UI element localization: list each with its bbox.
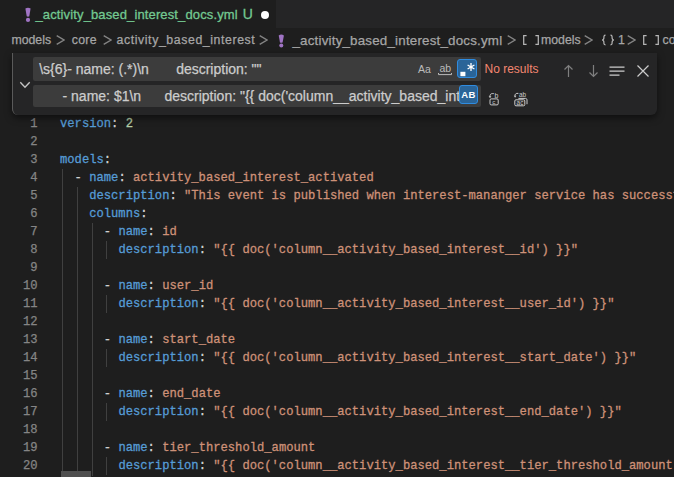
svg-text:ac: ac (516, 98, 524, 105)
svg-text:ab: ab (439, 62, 451, 74)
svg-text:c: c (492, 98, 495, 105)
svg-text:Aa: Aa (418, 62, 431, 74)
svg-text:ab: ab (519, 91, 527, 98)
